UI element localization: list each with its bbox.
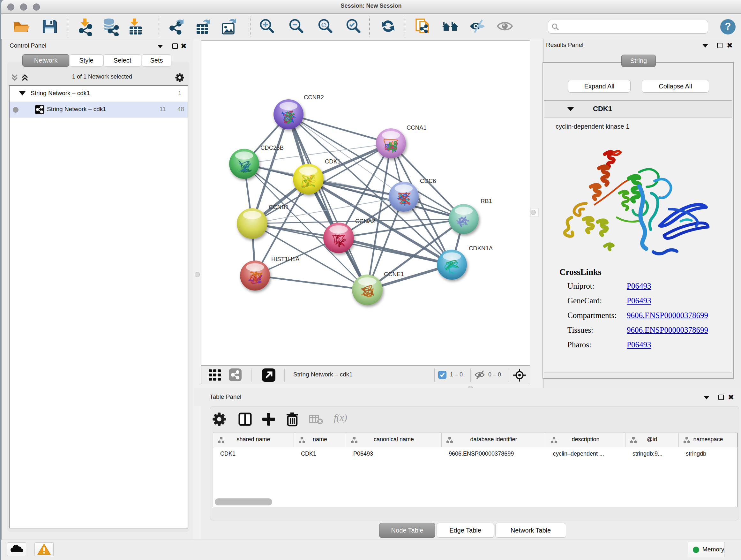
table-panel-close-icon[interactable]: ✖ [728, 395, 734, 400]
tab-style[interactable]: Style [70, 54, 103, 67]
network-share-button[interactable] [229, 368, 242, 381]
open-in-window-button[interactable] [262, 368, 275, 382]
tab-network[interactable]: Network [22, 54, 69, 67]
table-panel-menu-icon[interactable] [704, 396, 710, 399]
import-network-file-icon[interactable] [77, 17, 95, 36]
warning-button[interactable] [35, 543, 54, 556]
table-hscrollbar-thumb[interactable] [215, 498, 272, 505]
table-delete-column-icon[interactable] [308, 411, 324, 428]
import-network-database-icon[interactable] [101, 17, 119, 36]
crosslink-link[interactable]: P06493 [627, 340, 651, 349]
network-node-CDC6[interactable] [389, 182, 419, 212]
table-columns-icon[interactable] [237, 411, 253, 428]
zoom-fit-icon[interactable] [316, 17, 335, 36]
table-panel-float-icon[interactable] [718, 395, 724, 400]
table-gear-icon[interactable] [211, 411, 227, 428]
control-panel-menu-icon[interactable] [157, 45, 163, 48]
column-header-canonical-name[interactable]: canonical name [346, 433, 442, 447]
network-row[interactable]: String Network – cdk1 11 48 [10, 102, 188, 118]
right-splitter-handle[interactable] [531, 210, 536, 215]
table-cell[interactable]: stringdb [686, 450, 706, 457]
search-input[interactable] [548, 20, 708, 34]
zoom-selected-icon[interactable] [344, 17, 363, 36]
open-session-icon[interactable] [11, 17, 30, 36]
network-node-CCNB2[interactable] [273, 99, 304, 129]
crosslink-link[interactable]: 9606.ENSP00000378699 [627, 311, 708, 320]
table-function-icon[interactable]: f(x) [334, 412, 362, 429]
save-session-icon[interactable] [40, 17, 59, 36]
column-header-description[interactable]: description [546, 433, 625, 447]
export-table-icon[interactable] [194, 17, 212, 36]
control-panel-float-icon[interactable] [172, 44, 178, 49]
gene-collapse-icon[interactable] [567, 107, 574, 111]
tree-expander-icon[interactable] [19, 91, 25, 96]
table-delete-icon[interactable] [284, 411, 300, 428]
network-collection-row[interactable]: String Network – cdk1 1 [10, 86, 188, 102]
results-panel-float-icon[interactable] [717, 43, 723, 48]
help-button[interactable]: ? [720, 19, 736, 35]
refresh-icon[interactable] [379, 17, 397, 36]
column-header--id[interactable]: @id [625, 433, 679, 447]
network-canvas[interactable]: CCNB2CCNA1CDC25BCDK1CDC6RB1CCNB1CCNA2CDK… [201, 40, 530, 366]
node-table[interactable]: shared namenamecanonical namedatabase id… [213, 433, 738, 507]
zoom-out-icon[interactable] [287, 17, 306, 36]
collapse-all-icon[interactable] [10, 73, 19, 82]
results-panel-close-icon[interactable]: ✖ [727, 43, 733, 48]
left-splitter-handle[interactable] [195, 272, 200, 277]
network-node-CCNA2[interactable] [323, 223, 354, 253]
column-header-database-identifier[interactable]: database identifier [442, 433, 546, 447]
cloud-button[interactable] [7, 543, 26, 556]
network-node-CDKN1A[interactable] [437, 250, 467, 280]
table-cell[interactable]: cyclin–dependent ... [553, 450, 604, 457]
first-neighbors-icon[interactable] [441, 17, 460, 36]
tab-edge-table[interactable]: Edge Table [436, 523, 494, 538]
network-node-CDC25B[interactable] [229, 149, 259, 179]
table-tabs: Node TableEdge TableNetwork Table [0, 522, 741, 538]
control-panel-close-icon[interactable]: ✖ [181, 44, 187, 49]
tab-node-table[interactable]: Node Table [379, 523, 435, 538]
crosslink-link[interactable]: P06493 [627, 296, 651, 305]
network-node-CDK1[interactable] [293, 164, 324, 194]
column-header-shared-name[interactable]: shared name [213, 433, 294, 447]
network-node-RB1[interactable] [449, 204, 479, 234]
tab-select[interactable]: Select [104, 54, 141, 67]
table-add-icon[interactable] [260, 411, 277, 428]
network-node-HIST1H1A[interactable] [240, 260, 270, 291]
table-cell[interactable]: 9606.ENSP00000378699 [449, 450, 514, 457]
network-node-CCNA1[interactable] [376, 128, 406, 159]
collapse-all-button[interactable]: Collapse All [642, 80, 709, 92]
clone-network-icon[interactable] [414, 17, 432, 36]
table-cell[interactable]: stringdb:9... [632, 450, 663, 457]
table-cell[interactable]: CDK1 [301, 450, 316, 457]
import-table-icon[interactable] [126, 17, 145, 36]
network-node-CCNE1[interactable] [352, 274, 383, 305]
network-options-gear-icon[interactable] [174, 72, 185, 83]
gene-section-header[interactable]: CDK1 [544, 101, 732, 118]
birds-eye-view-icon[interactable] [513, 368, 526, 382]
network-node-CCNB1[interactable] [237, 208, 267, 239]
bottom-splitter[interactable] [201, 384, 530, 388]
tab-sets[interactable]: Sets [142, 54, 172, 67]
gene-section: CDK1 cyclin-dependent kinase 1 [544, 100, 732, 373]
results-panel-menu-icon[interactable] [702, 44, 708, 48]
selected-nodes-checkbox[interactable] [438, 371, 447, 379]
view-grid-icon[interactable] [209, 369, 222, 381]
zoom-in-icon[interactable] [258, 17, 276, 36]
export-image-icon[interactable] [220, 17, 239, 36]
export-network-icon[interactable] [168, 17, 186, 36]
memory-button[interactable]: Memory [688, 542, 724, 557]
hide-selected-icon[interactable] [468, 17, 487, 36]
crosslink-link[interactable]: 9606.ENSP00000378699 [627, 326, 708, 334]
expand-all-button[interactable]: Expand All [568, 80, 630, 92]
table-cell[interactable]: P06493 [353, 450, 373, 457]
tab-network-table[interactable]: Network Table [495, 523, 566, 538]
tab-string[interactable]: String [621, 55, 656, 67]
expand-all-icon[interactable] [20, 73, 30, 82]
table-cell[interactable]: CDK1 [220, 450, 235, 457]
left-splitter[interactable] [193, 39, 201, 540]
control-panel-title: Control Panel [10, 42, 46, 49]
show-all-icon[interactable] [495, 17, 514, 36]
column-header-name[interactable]: name [294, 433, 346, 447]
crosslink-link[interactable]: P06493 [627, 282, 651, 291]
column-header-namespace[interactable]: namespace [679, 433, 738, 447]
